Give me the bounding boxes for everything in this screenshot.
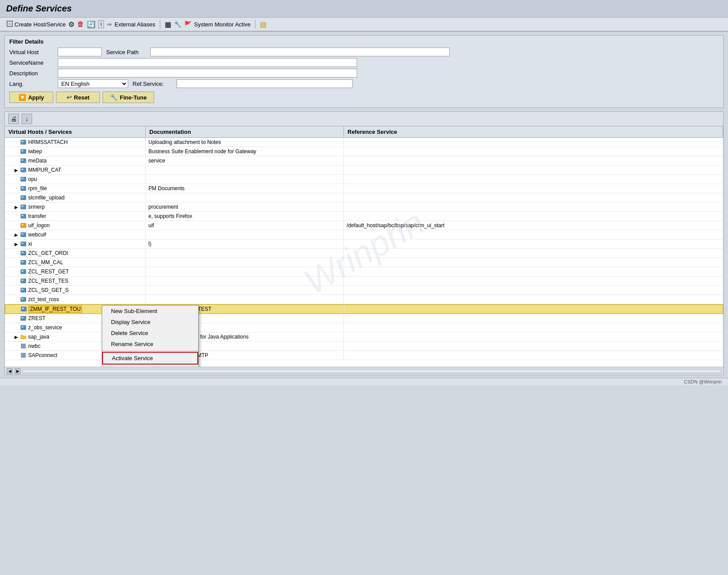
- create-host-service-btn[interactable]: + Create Host/Service: [6, 20, 66, 29]
- expand-arrow[interactable]: ·: [14, 158, 19, 163]
- doc-cell: l): [146, 240, 344, 248]
- expand-arrow[interactable]: ·: [14, 288, 19, 293]
- expand-arrow[interactable]: ·: [14, 278, 19, 284]
- svg-rect-3: [22, 141, 23, 142]
- context-menu-item[interactable]: Activate Service: [102, 352, 198, 365]
- expand-arrow[interactable]: ·: [14, 251, 19, 256]
- scroll-left-btn[interactable]: ◀: [7, 368, 13, 374]
- service-name-input[interactable]: [58, 58, 357, 67]
- filter-row-description: Description: [9, 69, 719, 77]
- svg-rect-21: [22, 224, 23, 225]
- reset-button[interactable]: ↩ Reset: [56, 92, 100, 103]
- settings-icon[interactable]: ⚙: [68, 20, 74, 29]
- service-path-input[interactable]: [150, 48, 450, 56]
- svg-rect-44: [21, 344, 26, 348]
- expand-arrow[interactable]: ·: [14, 195, 19, 200]
- fine-tune-button[interactable]: 🔧 Fine-Tune: [103, 92, 154, 103]
- context-menu-item[interactable]: Rename Service: [102, 339, 198, 350]
- expand-arrow[interactable]: ·: [14, 269, 19, 274]
- wrench-icon[interactable]: 🔧: [174, 21, 181, 28]
- info-icon[interactable]: i: [98, 20, 104, 28]
- ref-service-input[interactable]: [177, 79, 353, 88]
- context-menu-item[interactable]: New Sub-Element: [102, 306, 198, 317]
- delete-icon[interactable]: 🗑: [77, 20, 84, 28]
- table-row[interactable]: ·rpm_filePM Documents: [5, 184, 723, 193]
- expand-arrow[interactable]: ·: [14, 149, 19, 154]
- table-row[interactable]: ·ZCL_GET_ORDI: [5, 249, 723, 258]
- scroll-right-btn[interactable]: ▶: [15, 368, 21, 374]
- expand-arrow[interactable]: ·: [14, 260, 19, 265]
- ref-cell: [344, 342, 723, 350]
- table-row[interactable]: ·transfere, supports Firefox: [5, 212, 723, 221]
- lang-select[interactable]: EN English DE German FR French: [58, 79, 128, 88]
- table-row[interactable]: ·ZCL_REST_GET: [5, 267, 723, 276]
- service-icon: [20, 352, 27, 359]
- apply-button[interactable]: 🔽 Apply: [9, 92, 53, 103]
- context-menu-item[interactable]: Display Service: [102, 317, 198, 328]
- table-row[interactable]: ·slcmfile_upload: [5, 193, 723, 203]
- expand-arrow[interactable]: ▶: [14, 167, 19, 173]
- expand-arrow[interactable]: ▶: [14, 204, 19, 210]
- doc-cell: [146, 286, 344, 295]
- service-name: srmerp: [28, 204, 44, 210]
- filter-row-servicename: ServiceName: [9, 58, 719, 67]
- system-monitor-btn[interactable]: System Monitor Active: [194, 21, 251, 28]
- expand-arrow[interactable]: ·: [14, 343, 19, 349]
- print-button[interactable]: 🖨: [8, 114, 19, 124]
- svg-rect-31: [22, 270, 23, 272]
- scroll-track[interactable]: [22, 369, 721, 373]
- table-row[interactable]: ▶webcuif: [5, 230, 723, 240]
- table-row[interactable]: ·iwbepBusiness Suite Enablement node for…: [5, 147, 723, 156]
- svg-rect-41: [22, 317, 23, 318]
- svg-rect-35: [22, 289, 23, 290]
- virtual-host-input[interactable]: [58, 48, 102, 56]
- service-name: rpm_file: [28, 185, 47, 192]
- expand-arrow[interactable]: ·: [14, 214, 19, 219]
- service-name: webcuif: [28, 232, 46, 238]
- table-row[interactable]: ·HRMSSATTACHUploading attachment to Note…: [5, 138, 723, 147]
- expand-arrow[interactable]: ·: [14, 186, 19, 191]
- service-icon: [20, 213, 27, 220]
- description-label: Description: [9, 70, 53, 77]
- table-row[interactable]: ▶MMPUR_CAT: [5, 166, 723, 175]
- refresh-icon[interactable]: 🔄: [87, 20, 96, 29]
- service-icon: [20, 194, 27, 201]
- expand-arrow[interactable]: ▶: [14, 241, 19, 247]
- table-row[interactable]: ·meDataservice: [5, 156, 723, 166]
- ref-cell: [344, 332, 723, 341]
- expand-arrow[interactable]: ·: [14, 297, 19, 302]
- table-row[interactable]: ·ZCL_REST_TES: [5, 276, 723, 286]
- context-menu-item-label: New Sub-Element: [111, 308, 157, 314]
- description-input[interactable]: [58, 69, 357, 77]
- expand-arrow[interactable]: ·: [14, 140, 19, 145]
- table-row[interactable]: ·ZCL_SD_GET_S: [5, 286, 723, 295]
- table-row[interactable]: ·zcl_test_ross: [5, 295, 723, 304]
- external-aliases-btn[interactable]: External Aliases: [115, 21, 155, 28]
- ref-cell: [344, 249, 723, 258]
- title-bar: Define Services: [0, 0, 728, 18]
- table-row[interactable]: ·ZCL_MM_CAL: [5, 258, 723, 267]
- table-row[interactable]: ▶srmerpprocurement: [5, 203, 723, 212]
- expand-arrow[interactable]: ▶: [14, 334, 19, 339]
- expand-arrow[interactable]: ·: [14, 353, 19, 358]
- svg-rect-29: [22, 261, 23, 262]
- expand-arrow[interactable]: ·: [14, 325, 19, 330]
- expand-arrow[interactable]: ·: [14, 316, 19, 321]
- expand-arrow[interactable]: ·: [14, 306, 19, 312]
- ref-service-label: Ref.Service:: [133, 81, 172, 87]
- expand-arrow[interactable]: ·: [14, 177, 19, 182]
- service-name: opu: [28, 176, 37, 182]
- small-grid-icon[interactable]: ▤: [260, 20, 266, 29]
- expand-arrow[interactable]: ▶: [14, 232, 19, 237]
- export-button[interactable]: ↓: [22, 114, 32, 124]
- table-row[interactable]: ▶xil): [5, 240, 723, 249]
- service-name: MMPUR_CAT: [28, 167, 61, 173]
- service-path-label: Service Path: [106, 49, 146, 55]
- ref-cell: [344, 295, 723, 304]
- table-row[interactable]: ·uif_logonuif/default_host/sap/bc/bsp/sa…: [5, 221, 723, 230]
- context-menu-item[interactable]: Delete Service: [102, 328, 198, 339]
- expand-arrow[interactable]: ·: [14, 223, 19, 228]
- table-row[interactable]: ·opu: [5, 175, 723, 184]
- svg-rect-37: [22, 298, 23, 299]
- ref-cell: [344, 314, 723, 323]
